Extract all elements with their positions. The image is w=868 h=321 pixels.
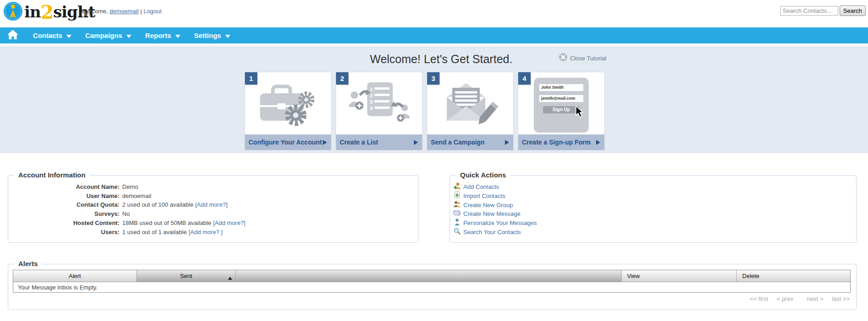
home-nav-button[interactable] bbox=[7, 31, 19, 41]
add-more-link[interactable]: [Add more? ] bbox=[187, 228, 222, 237]
nav-item-campaigns[interactable]: Campaigns bbox=[85, 32, 131, 39]
add-more-link[interactable] bbox=[152, 192, 153, 201]
tutorial-card-create-list[interactable]: 2 1 2 3 4 bbox=[336, 72, 422, 150]
alerts-table: Alert Sent View Delete Your Message Inbo… bbox=[13, 270, 851, 293]
card-action-bar: Configure Your Account bbox=[245, 134, 331, 150]
card-label: Create a List bbox=[340, 139, 378, 146]
pagination-next[interactable]: next > bbox=[807, 295, 824, 302]
card-action-bar: Send a Campaign bbox=[427, 134, 513, 150]
quick-action-add-contacts[interactable]: Add Contacts bbox=[453, 182, 537, 192]
search-contacts-icon bbox=[453, 227, 463, 237]
add-contacts-icon bbox=[453, 182, 463, 192]
tutorial-title: Welcome! Let's Get Started. bbox=[370, 53, 512, 66]
username-link[interactable]: demoemail bbox=[109, 8, 139, 15]
main-nav: Contacts Campaigns Reports Settings bbox=[0, 27, 868, 43]
mock-email-field: jsmith@mail.com bbox=[539, 95, 583, 102]
account-information-panel: Account Information Account Name:Demo Us… bbox=[8, 175, 418, 243]
close-tutorial-label: Close Tutorial bbox=[570, 55, 606, 62]
card-label: Send a Campaign bbox=[431, 139, 484, 146]
play-arrow-icon bbox=[505, 140, 509, 145]
import-contacts-icon bbox=[453, 191, 463, 201]
quick-action-import-contacts[interactable]: Import Contacts bbox=[453, 192, 537, 201]
alerts-table-header: Alert Sent View Delete bbox=[13, 270, 850, 282]
account-rows: Account Name:Demo User Name:demoemail Co… bbox=[8, 182, 418, 236]
nav-item-reports[interactable]: Reports bbox=[145, 32, 180, 39]
tutorial-card-configure-account[interactable]: 1 Configure Your Account bbox=[245, 72, 331, 150]
home-icon bbox=[7, 30, 18, 41]
chevron-down-icon bbox=[175, 32, 180, 39]
nav-item-settings[interactable]: Settings bbox=[194, 32, 230, 39]
empty-inbox-row: Your Message Inbox is Empty. bbox=[13, 282, 850, 292]
close-tutorial-button[interactable]: Close Tutorial bbox=[559, 53, 606, 63]
search-contacts-input[interactable] bbox=[780, 6, 838, 16]
tutorial-card-send-campaign[interactable]: 3 Send a Campaign bbox=[427, 72, 513, 150]
panel-title: Quick Actions bbox=[456, 171, 510, 179]
play-arrow-icon bbox=[596, 140, 600, 145]
pagination-last[interactable]: last >> bbox=[832, 295, 850, 302]
chevron-down-icon bbox=[126, 32, 131, 39]
top-header: in2sightLLC Welcome, demoemail | Logout … bbox=[0, 0, 868, 27]
quick-action-create-group[interactable]: Create New Group bbox=[453, 200, 537, 209]
create-group-icon bbox=[453, 200, 463, 210]
svg-text:3: 3 bbox=[370, 99, 373, 105]
nav-item-contacts[interactable]: Contacts bbox=[33, 32, 71, 39]
column-header-sent[interactable]: Sent bbox=[137, 270, 236, 282]
tutorial-card-signup-form[interactable]: 4 John Smith jsmith@mail.com Sign Up Cre… bbox=[518, 72, 604, 150]
panel-title: Alerts bbox=[14, 260, 42, 268]
mock-signup-button: Sign Up bbox=[543, 106, 580, 113]
account-row: Contact Quota:2 used out of 100 availabl… bbox=[8, 200, 418, 209]
search-button[interactable]: Search bbox=[840, 5, 866, 16]
account-row: Users:1 used out of 1 available[Add more… bbox=[8, 228, 418, 237]
quick-action-search-contacts[interactable]: Search Your Contacts bbox=[453, 227, 537, 236]
column-header-alert[interactable]: Alert bbox=[13, 270, 137, 282]
cursor-arrow-icon bbox=[575, 106, 586, 120]
quick-action-create-message[interactable]: Create New Message bbox=[453, 209, 537, 219]
svg-text:2: 2 bbox=[370, 93, 373, 98]
svg-text:4: 4 bbox=[370, 106, 373, 111]
column-header-spacer bbox=[236, 270, 621, 282]
quick-actions-panel: Quick Actions Add Contacts bbox=[450, 175, 857, 243]
signup-form-icon: John Smith jsmith@mail.com Sign Up bbox=[518, 76, 604, 134]
welcome-text: Welcome, bbox=[81, 8, 108, 15]
account-row: Account Name:Demo bbox=[8, 182, 418, 192]
card-action-bar: Create a Sign-up Form bbox=[518, 134, 604, 150]
play-arrow-icon bbox=[323, 140, 327, 145]
svg-text:1: 1 bbox=[370, 86, 373, 92]
add-more-link[interactable]: [Add more?] bbox=[193, 200, 228, 209]
logo-two: 2 bbox=[41, 1, 54, 23]
account-row: Hosted Content:18MB used out of 50MB ava… bbox=[8, 219, 418, 228]
add-more-link[interactable] bbox=[130, 209, 132, 219]
contact-list-icon: 1 2 3 4 bbox=[336, 76, 422, 134]
quick-action-list: Add Contacts Import Contacts bbox=[453, 182, 537, 236]
add-more-link[interactable]: [Add more?] bbox=[211, 219, 245, 228]
panel-title: Account Information bbox=[14, 171, 90, 179]
column-header-view[interactable]: View bbox=[622, 270, 737, 282]
tutorial-section: Welcome! Let's Get Started. Close Tutori… bbox=[0, 46, 868, 153]
pagination: << first < prev next > last >> bbox=[743, 295, 850, 302]
separator: | bbox=[139, 8, 144, 15]
envelope-pencil-icon bbox=[427, 76, 513, 134]
alerts-panel: Alerts Alert Sent View Delete bbox=[8, 264, 857, 310]
briefcase-gears-icon bbox=[245, 76, 331, 134]
sort-ascending-icon bbox=[228, 274, 232, 281]
pagination-first[interactable]: << first bbox=[750, 295, 768, 302]
account-row: User Name:demoemail bbox=[8, 192, 418, 201]
chevron-down-icon bbox=[225, 32, 230, 39]
card-label: Configure Your Account bbox=[249, 139, 322, 146]
column-header-delete[interactable]: Delete bbox=[737, 270, 850, 282]
personalize-icon bbox=[453, 218, 463, 228]
card-action-bar: Create a List bbox=[336, 134, 422, 150]
create-message-icon bbox=[453, 209, 463, 219]
logout-link[interactable]: Logout bbox=[143, 8, 162, 15]
play-arrow-icon bbox=[414, 140, 418, 145]
search-area: Search bbox=[780, 5, 866, 16]
chevron-down-icon bbox=[66, 32, 71, 39]
welcome-bar: Welcome, demoemail | Logout bbox=[81, 8, 162, 15]
pagination-prev[interactable]: < prev bbox=[776, 295, 793, 302]
account-row: Surveys:No bbox=[8, 209, 418, 219]
card-label: Create a Sign-up Form bbox=[522, 139, 591, 146]
quick-action-personalize-messages[interactable]: Personalize Your Messages bbox=[453, 219, 537, 228]
page: in2sightLLC Welcome, demoemail | Logout … bbox=[0, 0, 868, 321]
add-more-link[interactable] bbox=[138, 182, 140, 192]
close-icon bbox=[559, 53, 567, 63]
